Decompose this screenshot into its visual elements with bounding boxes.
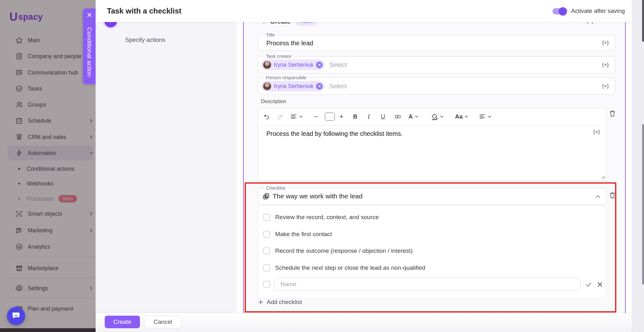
toolbar-divider xyxy=(258,125,606,125)
add-checklist-label: Add checklist xyxy=(267,299,302,306)
description-editor[interactable]: − + B I U A Aa Process the lead by follo… xyxy=(258,108,607,181)
modal-footer: Create Cancel xyxy=(96,313,632,332)
item-checkbox[interactable] xyxy=(263,214,270,221)
modal-backdrop xyxy=(0,0,96,332)
description-label: Description xyxy=(261,99,286,104)
checklist-item-text[interactable]: Record the outcome (response / objection… xyxy=(275,247,413,254)
step-label: Specify actions xyxy=(125,36,165,43)
scrollbar-thumb[interactable] xyxy=(642,124,644,285)
activate-toggle[interactable] xyxy=(552,8,566,14)
conditional-action-tab[interactable]: Conditional action xyxy=(83,8,96,84)
task-modal: Specify actions ⠿ Create Task {+} Title … xyxy=(96,0,632,332)
checklist-name[interactable]: The way we work with the lead xyxy=(273,188,363,204)
checklist-item: Review the record, context, and source xyxy=(258,212,606,223)
create-task-card: ⠿ Create Task {+} Title {+} Task creator… xyxy=(243,16,626,313)
font-family-button[interactable]: Aa xyxy=(455,113,469,120)
line-spacing-button[interactable] xyxy=(290,113,303,120)
browser-scrollbar[interactable] xyxy=(642,0,644,332)
checklist-item: Make the first contact xyxy=(258,229,606,240)
plus-icon xyxy=(258,299,264,305)
chat-fab-button[interactable] xyxy=(7,307,25,325)
description-text[interactable]: Process the lead by following the checkl… xyxy=(266,130,403,137)
item-checkbox[interactable] xyxy=(263,247,270,254)
scrollbar-top-segment xyxy=(642,0,644,42)
chat-bubble-icon xyxy=(12,312,20,320)
checklist-item-text[interactable]: Review the record, context, and source xyxy=(275,214,379,221)
collapse-checklist-icon[interactable] xyxy=(595,195,601,198)
modal-header: Task with a checklist Activate after sav… xyxy=(96,0,632,22)
text-color-button[interactable]: A xyxy=(408,113,419,120)
modal-title: Task with a checklist xyxy=(107,0,181,22)
checklist-item-text[interactable]: Make the first contact xyxy=(275,231,332,238)
insert-variable-button[interactable]: {+} xyxy=(602,62,609,68)
cancel-button[interactable]: Cancel xyxy=(144,316,182,328)
delete-description-button[interactable] xyxy=(608,109,616,118)
page-background-strip xyxy=(632,0,642,332)
italic-button[interactable]: I xyxy=(368,113,370,121)
undo-button[interactable] xyxy=(263,113,270,120)
person-responsible-field[interactable]: Person responsible Iryna Serbeniuk Selec… xyxy=(258,78,615,95)
font-size-box[interactable] xyxy=(325,113,335,121)
steps-panel: Specify actions xyxy=(96,22,237,313)
insert-variable-button[interactable]: {+} xyxy=(593,129,600,135)
user-chip[interactable]: Iryna Serbeniuk xyxy=(261,59,325,70)
font-size-increase-button[interactable]: + xyxy=(339,113,343,121)
checklist-item-text[interactable]: Schedule the next step or close the lead… xyxy=(275,264,425,271)
user-chip-name: Iryna Serbeniuk xyxy=(274,83,314,90)
cancel-item-icon[interactable] xyxy=(597,281,603,288)
task-creator-field[interactable]: Task creator Iryna Serbeniuk Select {+} xyxy=(258,56,615,73)
add-checklist-button[interactable]: Add checklist xyxy=(258,298,302,306)
remove-chip-button[interactable] xyxy=(316,62,323,68)
item-checkbox[interactable] xyxy=(263,231,270,238)
align-button[interactable] xyxy=(479,113,492,120)
checklist-copy-icon xyxy=(263,193,270,200)
new-item-checkbox[interactable] xyxy=(263,281,270,288)
checklist-items-panel: Review the record, context, and source M… xyxy=(258,205,607,299)
insert-variable-button[interactable]: {+} xyxy=(602,40,609,46)
link-icon[interactable] xyxy=(394,114,402,119)
item-checkbox[interactable] xyxy=(263,264,270,271)
resize-handle-icon[interactable] xyxy=(601,175,605,179)
checklist-name-field[interactable]: Checklist The way we work with the lead xyxy=(258,188,607,205)
bold-button[interactable]: B xyxy=(353,113,358,120)
underline-button[interactable]: U xyxy=(381,113,385,120)
avatar xyxy=(263,82,271,91)
checklist-item: Record the outcome (response / objection… xyxy=(258,245,606,257)
select-placeholder: Select xyxy=(329,61,347,69)
avatar xyxy=(263,61,271,69)
new-item-name-input[interactable] xyxy=(275,278,580,291)
person-responsible-field-label: Person responsible xyxy=(264,75,308,80)
user-chip[interactable]: Iryna Serbeniuk xyxy=(261,81,325,91)
highlight-bucket-button[interactable] xyxy=(431,113,444,120)
select-placeholder: Select xyxy=(329,83,347,90)
toggle-knob xyxy=(559,7,567,15)
screen: Uspacy Main Company and people Communica… xyxy=(0,0,644,332)
create-button[interactable]: Create xyxy=(105,316,140,328)
task-creator-field-label: Task creator xyxy=(264,53,294,59)
remove-chip-button[interactable] xyxy=(316,83,323,90)
insert-variable-button[interactable]: {+} xyxy=(602,83,609,89)
confirm-item-icon[interactable] xyxy=(585,281,592,288)
title-input[interactable] xyxy=(266,35,550,51)
checklist-item: Schedule the next step or close the lead… xyxy=(258,262,606,274)
close-icon[interactable] xyxy=(87,12,92,18)
delete-checklist-button[interactable] xyxy=(608,191,616,199)
font-size-decrease-button[interactable]: − xyxy=(314,113,318,121)
user-chip-name: Iryna Serbeniuk xyxy=(274,62,314,68)
title-field[interactable]: Title {+} xyxy=(258,35,615,51)
redo-button[interactable] xyxy=(276,113,283,120)
conditional-action-tab-label: Conditional action xyxy=(86,27,93,77)
activate-toggle-label: Activate after saving xyxy=(571,0,625,22)
